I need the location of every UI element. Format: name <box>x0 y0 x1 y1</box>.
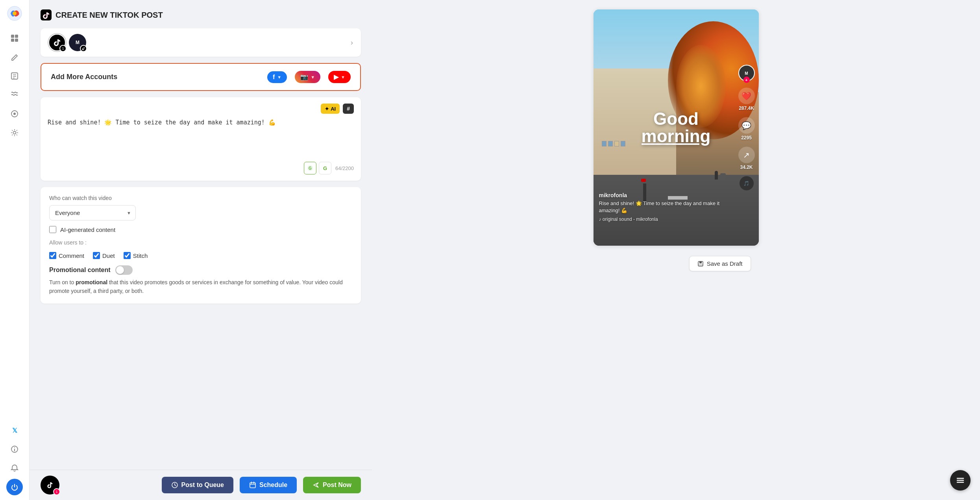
svg-rect-3 <box>15 35 18 38</box>
grammarly-green-icon[interactable]: G <box>304 162 316 174</box>
preview-comment-icon: 💬 2295 <box>738 117 755 141</box>
sidebar-power[interactable] <box>6 479 23 495</box>
sidebar-analytics[interactable] <box>6 106 23 122</box>
preview-avatar: M + <box>738 65 755 81</box>
second-badge <box>80 45 87 52</box>
ai-button[interactable]: ✦ AI <box>321 104 340 114</box>
svg-rect-22 <box>699 261 702 263</box>
expand-accounts-button[interactable]: › <box>351 39 353 47</box>
save-draft-label: Save as Draft <box>707 260 743 267</box>
duet-permission[interactable]: Duet <box>93 252 115 259</box>
sidebar-compose[interactable] <box>6 49 23 65</box>
preview-overlay-text: mikrofonla Rise and shine! 🌟 Time to sei… <box>599 192 739 222</box>
tiktok-badge: 1 <box>59 45 67 52</box>
fab-menu-button[interactable] <box>950 470 971 491</box>
add-accounts-label: Add More Accounts <box>51 73 259 81</box>
schedule-button[interactable]: Schedule <box>240 477 297 493</box>
sidebar-info[interactable] <box>6 441 23 457</box>
comments-count: 2295 <box>741 135 752 141</box>
instagram-connect-button[interactable]: 📷 ▼ <box>295 71 320 83</box>
ai-generated-label[interactable]: AI-generated content <box>60 226 115 233</box>
ai-content-row: AI-generated content <box>49 226 352 233</box>
duet-label: Duet <box>102 252 115 259</box>
main-container: CREATE NEW TIKTOK POST 1 M <box>30 0 980 500</box>
caption-box: ✦ AI # Rise and shine! 🌟 Time to seize t… <box>41 97 361 181</box>
sidebar-posts[interactable] <box>6 68 23 84</box>
svg-rect-23 <box>699 264 703 266</box>
facebook-icon: f <box>273 74 275 81</box>
grammar-icons: G G <box>304 162 331 174</box>
post-to-queue-button[interactable]: Post to Queue <box>162 477 233 493</box>
char-count: 64/2200 <box>335 165 354 171</box>
preview-caption-text: Rise and shine! 🌟 Time to seize the day … <box>599 200 739 214</box>
building-windows <box>602 141 625 146</box>
instagram-chevron-icon: ▼ <box>311 75 315 80</box>
tiktok-logo-icon <box>41 9 52 20</box>
caption-footer: G G 64/2200 <box>48 162 354 174</box>
visibility-select[interactable]: Everyone Friends Only me <box>49 205 136 220</box>
sidebar-grid[interactable] <box>6 30 23 46</box>
stitch-checkbox[interactable] <box>124 252 131 259</box>
post-now-label: Post Now <box>323 481 351 489</box>
preview-like-icon: ❤️ 287.4K <box>738 88 755 111</box>
comment-checkbox[interactable] <box>49 252 56 259</box>
visibility-select-wrap: Everyone Friends Only me <box>49 205 136 220</box>
page-title-text: CREATE NEW TIKTOK POST <box>55 11 163 20</box>
account-selector: 1 M › <box>41 28 361 57</box>
schedule-label: Schedule <box>259 481 287 489</box>
tiktok-account-avatar[interactable]: 1 <box>48 34 66 51</box>
sidebar-feed[interactable] <box>6 87 23 103</box>
settings-section: Who can watch this video Everyone Friend… <box>41 187 361 304</box>
facebook-connect-button[interactable]: f ▼ <box>267 71 287 83</box>
youtube-connect-button[interactable]: ▶ ▼ <box>328 71 351 83</box>
svg-text:G: G <box>309 166 312 170</box>
preview-share-icon: ↗ 34.2K <box>738 147 755 170</box>
sidebar-bell[interactable] <box>6 460 23 476</box>
ai-sparkle-icon: ✦ <box>325 106 329 112</box>
likes-count: 287.4K <box>739 106 754 111</box>
svg-rect-5 <box>15 39 18 42</box>
action-bar: 1 Post to Queue Schedule Post Now <box>30 470 372 500</box>
preview-panel: Good morning M + ❤️ 287.4K <box>372 0 980 500</box>
comment-icon: 💬 <box>738 117 755 134</box>
promotional-description: Turn on to promotional that this video p… <box>49 278 352 296</box>
promotional-toggle[interactable] <box>115 265 133 275</box>
youtube-icon: ▶ <box>334 73 338 81</box>
duet-checkbox[interactable] <box>93 252 100 259</box>
sidebar-twitter[interactable]: 𝕏 <box>6 422 23 439</box>
permissions-row: Comment Duet Stitch <box>49 252 352 259</box>
comment-permission[interactable]: Comment <box>49 252 84 259</box>
music-disc-icon: 🎵 <box>740 176 754 191</box>
caption-toolbar: ✦ AI # <box>48 104 354 114</box>
post-now-button[interactable]: Post Now <box>303 477 361 493</box>
tiktok-action-badge: 1 <box>53 488 60 495</box>
save-draft-bar: Save as Draft <box>594 250 759 277</box>
svg-rect-2 <box>11 35 14 38</box>
app-logo[interactable] <box>6 5 23 22</box>
add-accounts-banner: Add More Accounts f ▼ 📷 ▼ ▶ ▼ <box>41 63 361 91</box>
hash-icon: # <box>347 106 350 112</box>
phone-preview: Good morning M + ❤️ 287.4K <box>594 9 759 246</box>
youtube-chevron-icon: ▼ <box>341 75 345 80</box>
preview-music-icon: 🎵 <box>740 176 754 191</box>
follow-plus-icon: + <box>743 77 750 83</box>
promotional-label: Promotional content <box>49 267 111 274</box>
instagram-icon: 📷 <box>300 73 308 81</box>
svg-rect-20 <box>250 483 255 488</box>
svg-point-1 <box>13 11 17 15</box>
save-draft-button[interactable]: Save as Draft <box>689 256 751 271</box>
ai-label: AI <box>331 106 336 112</box>
second-account-avatar[interactable]: M <box>69 34 86 51</box>
stitch-permission[interactable]: Stitch <box>124 252 148 259</box>
sidebar-settings[interactable] <box>6 124 23 141</box>
caption-input[interactable]: Rise and shine! 🌟 Time to seize the day … <box>48 118 354 156</box>
grammarly-full-icon[interactable]: G <box>319 162 331 174</box>
account-avatars: 1 M <box>48 34 86 51</box>
share-icon: ↗ <box>738 147 755 163</box>
preview-good-text: Good <box>642 110 711 128</box>
ai-generated-checkbox[interactable] <box>49 226 56 233</box>
hashtag-button[interactable]: # <box>343 104 354 114</box>
svg-rect-4 <box>11 39 14 42</box>
svg-point-15 <box>14 447 15 448</box>
sidebar: 𝕏 <box>0 0 30 500</box>
